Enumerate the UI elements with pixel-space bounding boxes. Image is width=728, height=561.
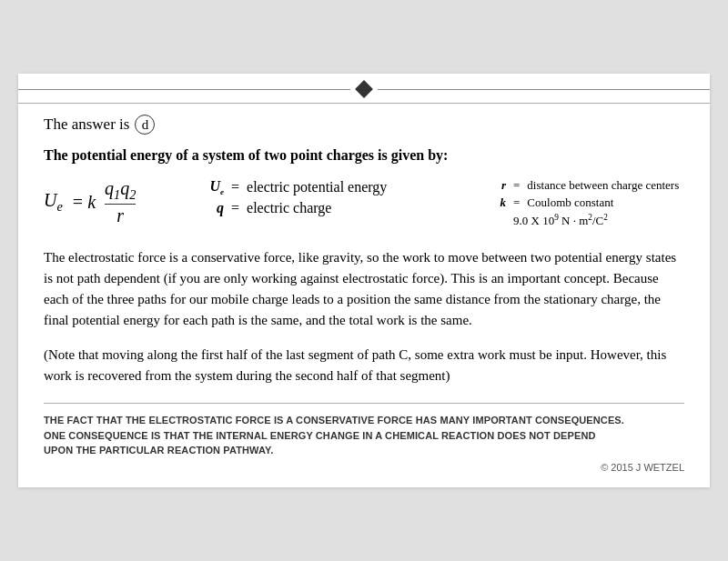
section-divider — [44, 403, 684, 404]
formula-eq-k: = k — [68, 192, 96, 213]
diamond-icon — [355, 80, 373, 98]
main-content: The answer is d The potential energy of … — [18, 115, 710, 386]
copyright: © 2015 J WETZEL — [18, 458, 710, 473]
answer-line: The answer is d — [44, 115, 684, 135]
defs-right: r = distance between charge centers k = … — [493, 178, 684, 228]
formula-fraction: q1q2 r — [105, 178, 136, 226]
main-card: The answer is d The potential energy of … — [18, 74, 710, 486]
def-row-k: k = Coulomb constant — [493, 195, 684, 210]
top-decoration — [18, 74, 710, 104]
def-desc-r: distance between charge centers — [527, 178, 679, 193]
def-row-q: q = electric charge — [207, 200, 466, 216]
def-row-r: r = distance between charge centers — [493, 178, 684, 193]
formula-intro: The potential energy of a system of two … — [44, 147, 684, 164]
footer-line3: UPON THE PARTICULAR REACTION PATHWAY. — [44, 443, 684, 458]
formula-main: Ue = k q1q2 r — [44, 178, 180, 226]
formula-lhs: Ue — [44, 190, 63, 215]
answer-prefix: The answer is — [44, 115, 129, 134]
fraction-numerator: q1q2 — [105, 178, 136, 205]
formula-section: Ue = k q1q2 r Ue = electric potential en… — [44, 178, 684, 228]
def-var-k: k — [493, 195, 506, 210]
def-desc-Ue: electric potential energy — [247, 179, 387, 195]
footer-text: THE FACT THAT THE ELECTROSTATIC FORCE IS… — [18, 413, 710, 458]
note-paragraph: (Note that moving along the first half o… — [44, 345, 684, 387]
coulomb-value: 9.0 X 109 N · m2/C2 — [513, 213, 608, 228]
defs-left: Ue = electric potential energy q = elect… — [207, 178, 466, 215]
def-desc-q: electric charge — [247, 200, 331, 216]
top-line-left — [18, 89, 350, 91]
footer-line2: ONE CONSEQUENCE IS THAT THE INTERNAL ENE… — [44, 428, 684, 444]
answer-choice: d — [135, 115, 155, 135]
def-row-coulomb-value: 9.0 X 109 N · m2/C2 — [493, 213, 684, 228]
main-paragraph: The electrostatic force is a conservativ… — [44, 247, 684, 332]
top-line-right — [378, 89, 710, 91]
def-row-Ue: Ue = electric potential energy — [207, 178, 466, 196]
fraction-denominator: r — [116, 205, 124, 226]
footer-line1: THE FACT THAT THE ELECTROSTATIC FORCE IS… — [44, 413, 684, 428]
def-var-r: r — [493, 178, 506, 193]
def-desc-k: Coulomb constant — [527, 195, 613, 210]
